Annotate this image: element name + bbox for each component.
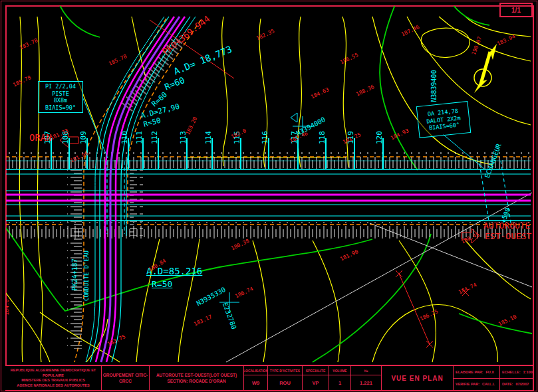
title-block-localisation: LOCALISATION W9 — [244, 366, 268, 390]
localisation-value: W9 — [244, 375, 267, 390]
pi-box-line: 8X8m — [39, 97, 82, 104]
title-block-authors: ELABORE PAR: FU.X VERIFIE PAR: CAI.L.L — [454, 366, 500, 390]
elabore-label: ELABORE PAR: — [456, 370, 483, 374]
elabore-value: FU.X — [485, 370, 494, 374]
annotation-label: ORAN — [29, 132, 52, 143]
title-block-volume: VOLUME 1 — [329, 366, 351, 390]
pi-box-line: BIAIS=90° — [39, 104, 82, 112]
title-block-organisation: REPUBLIQUE ALGERIENNE DEMOCRATIQUE ET PO… — [5, 366, 102, 390]
pi-box-line: PI 2/2,04 — [39, 83, 82, 90]
volume-label: VOLUME — [329, 366, 350, 375]
station-label: 111 — [135, 131, 144, 144]
echelle-label: ECHELLE: — [502, 370, 521, 374]
number-label: № — [351, 366, 381, 375]
annotation-label: PK24+187 — [71, 258, 78, 290]
localisation-label: LOCALISATION — [244, 366, 267, 375]
org-line: MINISTERE DES TRAVAUX PUBLICS — [21, 378, 85, 383]
station-label: 112 — [150, 131, 159, 144]
volume-value: 1 — [329, 375, 350, 390]
title-block-groupement: GROUPEMENT CITIC-CRCC — [102, 366, 150, 390]
title-block-drawing-title: VUE EN PLAN — [382, 366, 454, 390]
number-value: 1.221 — [351, 375, 381, 390]
title-block-project: AUTOROUTE EST-OUEST(LOT OUEST) SECTION: … — [150, 366, 244, 390]
annotation-label: 1600 — [5, 67, 6, 82]
station-label: 120 — [375, 131, 384, 144]
sheet-number-box: 1/1 — [499, 3, 533, 17]
annotation-label: EST-OUEST — [485, 231, 531, 241]
drawing-area: PI 2/2,04 PISTE 8X8m BIAIS=90° OA 214,78… — [5, 5, 533, 365]
contour-lines-green — [5, 5, 532, 362]
survey-lines — [226, 193, 532, 362]
station-label: 110 — [120, 131, 129, 144]
pi-box-line: PISTE — [39, 90, 82, 98]
drawing-title: VUE EN PLAN — [391, 375, 443, 382]
project-line: AUTOROUTE EST-OUEST(LOT OUEST) — [156, 372, 237, 378]
specialite-value: VP — [303, 375, 329, 390]
echelle-value: 1:1000 — [523, 370, 533, 374]
org-line: REPUBLIQUE ALGERIENNE DEMOCRATIQUE ET PO… — [5, 368, 101, 378]
activity-label: TYPE D'ACTIVITES — [268, 366, 302, 375]
sheet-number: 1/1 — [511, 7, 521, 14]
date-label: DATE: — [502, 382, 513, 386]
red-survey-marks — [60, 20, 479, 347]
station-label: 109 — [79, 131, 88, 144]
annotation-label: N3839400 — [430, 70, 438, 102]
station-label: 114 — [204, 131, 213, 144]
title-block: REPUBLIQUE ALGERIENNE DEMOCRATIQUE ET PO… — [5, 365, 533, 390]
station-label: 118 — [318, 131, 327, 144]
activity-value: ROU — [268, 375, 302, 390]
org-line: AGENCE NATIONALE DES AUTOROUTES — [17, 383, 89, 389]
title-block-activity: TYPE D'ACTIVITES ROU — [268, 366, 303, 390]
cad-sheet: PI 2/2,04 PISTE 8X8m BIAIS=90° OA 214,78… — [0, 0, 538, 392]
title-block-number: № 1.221 — [351, 366, 382, 390]
oa-structure-box: OA 214,78 DALOT 2X2m BIAIS=60° — [416, 101, 471, 138]
title-block-specialite: SPECIALITE VP — [303, 366, 329, 390]
pi-structure-box: PI 2/2,04 PISTE 8X8m BIAIS=90° — [38, 81, 83, 113]
annotation-label: R=50 — [152, 279, 172, 289]
annotation-label: CONDUITE D'EAU — [83, 250, 90, 301]
title-block-scale-date: ECHELLE: 1:1000 DATE: 07/2007 — [500, 366, 533, 390]
specialite-label: SPECIALITE — [303, 366, 329, 375]
project-line: SECTION: ROCADE D'ORAN — [167, 378, 225, 384]
verifie-label: VERIFIE PAR: — [456, 382, 479, 386]
annotation-label: 184.0 — [5, 299, 10, 315]
date-value: 07/2007 — [515, 382, 529, 386]
groupement-name: GROUPEMENT CITIC-CRCC — [102, 372, 149, 384]
drawing-canvas — [5, 5, 533, 365]
verifie-value: CAI.L.L — [482, 382, 495, 386]
annotation-layer: PI 2/2,04 PISTE 8X8m BIAIS=90° OA 214,78… — [5, 5, 533, 365]
station-label: 116 — [261, 131, 269, 144]
annotation-label: AUTOROUTE — [483, 221, 530, 231]
